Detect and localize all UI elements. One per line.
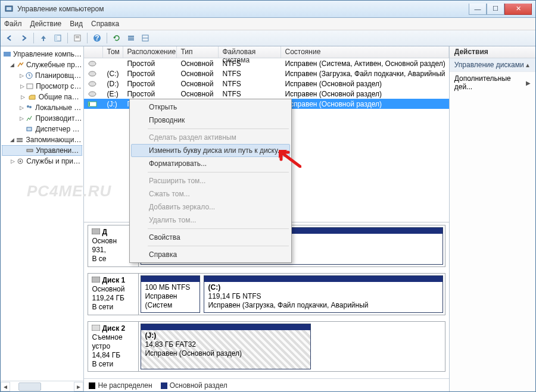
expand-icon[interactable]: ▷ xyxy=(10,158,15,165)
svg-point-27 xyxy=(89,81,96,86)
expand-icon[interactable]: ▷ xyxy=(20,105,24,111)
expand-icon[interactable]: ▷ xyxy=(20,73,24,79)
svg-rect-6 xyxy=(76,37,79,38)
properties-button[interactable] xyxy=(71,32,84,45)
ctx-format[interactable]: Форматировать... xyxy=(131,157,290,170)
svg-point-17 xyxy=(27,105,29,108)
svg-rect-5 xyxy=(76,36,79,37)
app-icon xyxy=(4,4,14,14)
svg-point-28 xyxy=(89,92,96,96)
tree-localusers[interactable]: ▷Локальные пользовате xyxy=(2,102,82,113)
nav-scrollbar[interactable]: ◂ ▸ xyxy=(1,381,83,391)
svg-rect-11 xyxy=(128,39,134,40)
svg-rect-1 xyxy=(7,7,11,10)
drive-icon xyxy=(88,90,97,98)
tree-services[interactable]: ▷Службы и приложения xyxy=(2,156,82,167)
actions-section-diskmgmt[interactable]: Управление дисками ▲ xyxy=(450,58,535,72)
expand-icon[interactable]: ▷ xyxy=(20,115,24,122)
col-type[interactable]: Тип xyxy=(177,46,219,58)
show-hide-button[interactable] xyxy=(51,32,64,45)
tree-root[interactable]: Управление компьютером (л xyxy=(2,49,82,59)
tree-utilities[interactable]: ◢Служебные программы xyxy=(2,59,82,70)
toolbar: ? xyxy=(1,30,535,46)
svg-rect-22 xyxy=(27,149,33,152)
ctx-delete: Удалить том... xyxy=(131,214,290,227)
collapse-icon[interactable]: ◢ xyxy=(10,137,14,143)
svg-rect-14 xyxy=(4,52,11,57)
tree-diskmgmt[interactable]: Управление дисками xyxy=(2,145,82,156)
actions-pane: Действия Управление дисками ▲ Дополнител… xyxy=(450,46,535,391)
col-layout[interactable]: Расположение xyxy=(123,46,177,58)
titlebar[interactable]: Управление компьютером xyxy=(1,1,535,18)
actions-header: Действия xyxy=(450,46,535,58)
svg-text:?: ? xyxy=(95,34,99,42)
menu-help[interactable]: Справка xyxy=(91,20,119,28)
disk-icon xyxy=(92,228,100,234)
collapse-icon[interactable]: ◢ xyxy=(10,62,15,68)
menu-action[interactable]: Действие xyxy=(30,20,62,28)
up-button[interactable] xyxy=(37,32,50,45)
window-title: Управление компьютером xyxy=(17,5,469,13)
disk1-row[interactable]: Диск 1 Основной 119,24 ГБ В сети 100 МБ … xyxy=(88,273,445,315)
drive-icon xyxy=(88,80,97,87)
legend-unallocated-swatch xyxy=(89,382,95,389)
tree-devmgr[interactable]: Диспетчер устройств xyxy=(2,124,82,134)
grid-row[interactable]: (D:)ПростойОсновнойNTFSИсправен (Основно… xyxy=(84,79,448,89)
ctx-help[interactable]: Справка xyxy=(131,248,290,261)
svg-rect-33 xyxy=(92,325,100,331)
drive-icon xyxy=(88,101,97,108)
expand-icon[interactable]: ▷ xyxy=(20,83,24,90)
svg-point-26 xyxy=(89,71,96,76)
ctx-change-letter[interactable]: Изменить букву диска или путь к диску... xyxy=(131,144,290,157)
actions-more[interactable]: Дополнительные дей... ▶ xyxy=(450,72,535,93)
maximize-button[interactable] xyxy=(487,4,504,15)
scroll-right-icon[interactable]: ▸ xyxy=(74,382,83,391)
nav-tree-pane: Управление компьютером (л ◢Служебные про… xyxy=(1,46,84,391)
detail-view-button[interactable] xyxy=(139,32,152,45)
svg-rect-16 xyxy=(27,84,33,89)
ctx-open[interactable]: Открыть xyxy=(131,101,290,114)
tree-performance[interactable]: ▷Производительность xyxy=(2,113,82,124)
menu-file[interactable]: Файл xyxy=(4,20,22,28)
annotation-arrow-icon xyxy=(278,149,301,168)
help-button[interactable]: ? xyxy=(91,32,104,45)
disk2-part-j[interactable]: (J:) 14,83 ГБ FAT32 Исправен (Основной р… xyxy=(141,324,310,369)
tree-storage[interactable]: ◢Запоминающие устройст xyxy=(2,134,82,145)
disk2-header: Диск 2 Съемное устро 14,84 ГБ В сети xyxy=(88,322,139,371)
tree-eventviewer[interactable]: ▷Просмотр событий xyxy=(2,81,82,92)
col-fs[interactable]: Файловая система xyxy=(219,46,281,58)
chevron-right-icon: ▶ xyxy=(526,80,531,86)
disk-icon xyxy=(92,277,100,283)
svg-rect-20 xyxy=(17,138,23,140)
ctx-active: Сделать раздел активным xyxy=(131,131,290,144)
col-state[interactable]: Состояние xyxy=(281,46,448,58)
scroll-left-icon[interactable]: ◂ xyxy=(1,382,10,391)
scroll-thumb[interactable] xyxy=(18,382,41,391)
back-button[interactable] xyxy=(3,32,16,45)
grid-header[interactable]: Том Расположение Тип Файловая система Со… xyxy=(84,46,448,58)
drive-icon xyxy=(88,70,97,77)
tree-shared[interactable]: ▷Общие папки xyxy=(2,92,82,102)
svg-rect-9 xyxy=(128,36,134,37)
svg-rect-21 xyxy=(17,140,23,142)
tree-scheduler[interactable]: ▷Планировщик заданий xyxy=(2,70,82,81)
grid-row[interactable]: ПростойОсновнойNTFSИсправен (Система, Ак… xyxy=(84,58,448,68)
col-vol[interactable]: Том xyxy=(103,46,123,58)
ctx-properties[interactable]: Свойства xyxy=(131,231,290,244)
disk1-part-system[interactable]: 100 МБ NTFS Исправен (Систем xyxy=(141,275,200,313)
forward-button[interactable] xyxy=(17,32,30,45)
grid-row[interactable]: (C:)ПростойОсновнойNTFSИсправен (Загрузк… xyxy=(84,68,448,79)
watermark: PC4ME.RU xyxy=(27,182,84,200)
list-view-button[interactable] xyxy=(124,32,138,45)
expand-icon[interactable]: ▷ xyxy=(20,94,26,101)
disk2-row[interactable]: Диск 2 Съемное устро 14,84 ГБ В сети (J:… xyxy=(88,321,445,372)
refresh-button[interactable] xyxy=(110,32,123,45)
menu-view[interactable]: Вид xyxy=(70,20,83,28)
ctx-explorer[interactable]: Проводник xyxy=(131,114,290,127)
ctx-extend: Расширить том... xyxy=(131,174,290,187)
ctx-mirror: Добавить зеркало... xyxy=(131,200,290,214)
close-button[interactable] xyxy=(504,4,532,15)
disk1-part-c[interactable]: (C:) 119,14 ГБ NTFS Исправен (Загрузка, … xyxy=(204,275,442,313)
minimize-button[interactable] xyxy=(469,4,487,15)
grid-row[interactable]: (E:)ПростойОсновнойNTFSИсправен (Основно… xyxy=(84,89,448,99)
